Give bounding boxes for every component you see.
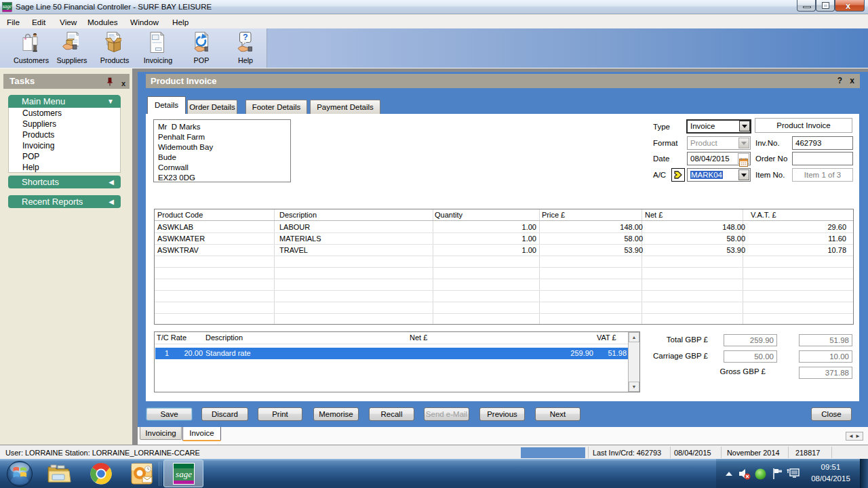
svg-text:sage: sage	[3, 3, 12, 9]
svg-text:sage: sage	[176, 469, 192, 479]
svg-text:?: ?	[243, 33, 248, 42]
